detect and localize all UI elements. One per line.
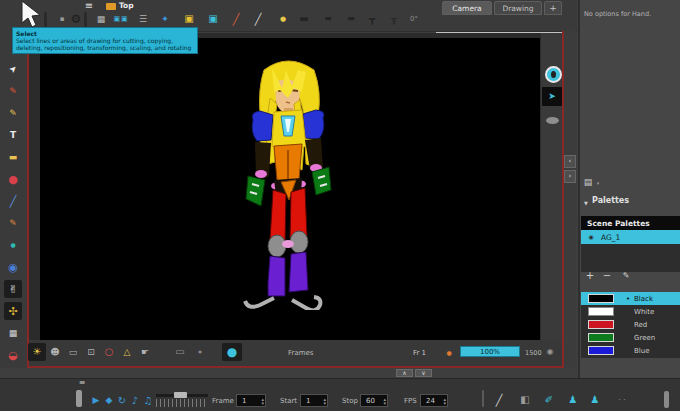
- eraser-tool[interactable]: ▬: [4, 148, 22, 166]
- tab-drawing[interactable]: Drawing: [494, 1, 542, 15]
- frame-spinner-icon[interactable]: ▴▾: [261, 397, 265, 405]
- start-spinbox[interactable]: 1 ▴▾: [300, 394, 328, 407]
- grid-icon[interactable]: ▦: [94, 11, 108, 27]
- render-play-button[interactable]: ◆: [103, 394, 115, 407]
- camera-mask-icon[interactable]: ◧: [518, 393, 532, 407]
- hand-tool[interactable]: ✌: [4, 280, 22, 298]
- dropper-tool[interactable]: ●: [4, 236, 22, 254]
- scrubber-ticks: [156, 399, 208, 407]
- fps-spinbox[interactable]: 24 ▴▾: [420, 394, 448, 407]
- start-spinner-icon[interactable]: ▴▾: [323, 397, 327, 405]
- text-tool[interactable]: T: [4, 126, 22, 144]
- scrubber-handle[interactable]: [174, 392, 187, 398]
- toolbar-separator: [84, 12, 87, 28]
- color-row-blue[interactable]: Blue: [581, 344, 680, 357]
- view-target-button[interactable]: [545, 66, 562, 83]
- plug-icon[interactable]: ▪: [56, 11, 68, 27]
- color-row-black[interactable]: • Black: [581, 292, 680, 305]
- frame-scrubber[interactable]: [156, 392, 208, 407]
- rotation-reset-icon[interactable]: 0°: [406, 11, 422, 27]
- add-view-button[interactable]: +: [544, 1, 562, 15]
- small-dot-icon[interactable]: ●: [196, 347, 204, 357]
- pen-stroke-icon[interactable]: ╱: [229, 11, 243, 27]
- frame-spinbox[interactable]: 1 ▴▾: [236, 394, 266, 407]
- stop-spinner-icon[interactable]: ▴▾: [383, 397, 387, 405]
- collapse-down-button[interactable]: ∨: [415, 369, 432, 377]
- toolbar-separator: [44, 12, 47, 28]
- color-swatch-white[interactable]: [588, 307, 614, 316]
- zoom-tool[interactable]: ◉: [4, 258, 22, 276]
- contour-pencil-tool[interactable]: ✎: [4, 214, 22, 232]
- light-bulb-icon[interactable]: ☀: [30, 345, 44, 359]
- pencil-tool[interactable]: ✎: [4, 82, 22, 100]
- right-splitter[interactable]: [564, 31, 576, 368]
- puppet-icon-1[interactable]: ♟: [566, 393, 580, 407]
- color-swatch-black[interactable]: [588, 294, 614, 303]
- onion-skin-icon[interactable]: ▣▣: [110, 11, 132, 27]
- line-style-icon[interactable]: ╱: [492, 393, 506, 407]
- palettes-collapse-icon[interactable]: ▼: [582, 199, 590, 207]
- lock-icon[interactable]: ▣: [182, 11, 196, 27]
- line-tool[interactable]: ╱: [4, 192, 22, 210]
- collapse-up-button[interactable]: ∧: [396, 369, 413, 377]
- sound-button[interactable]: ♪: [129, 394, 141, 407]
- camera-button[interactable]: ➤: [542, 87, 562, 106]
- exposure-sheet-icon[interactable]: ☰: [136, 11, 150, 27]
- color-row-white[interactable]: White: [581, 305, 680, 318]
- bench-icon[interactable]: ╥: [386, 11, 402, 27]
- stop-spinbox[interactable]: 60 ▴▾: [360, 394, 388, 407]
- oval-button[interactable]: [546, 117, 559, 124]
- flat-tool-icon-3[interactable]: ▬: [343, 11, 359, 27]
- red-ring-icon[interactable]: ○: [102, 345, 116, 359]
- rotate-view-tool[interactable]: ✣: [4, 302, 22, 320]
- snapshot-icon[interactable]: ◉: [544, 346, 556, 358]
- tooltip-line2: deleting, repositioning, transforming, s…: [16, 44, 194, 51]
- timeline-mini-scrollbar[interactable]: [76, 390, 82, 407]
- paint-bucket-tool[interactable]: ●: [4, 170, 22, 188]
- palette-row-selected[interactable]: ◉ AG_1: [581, 230, 680, 244]
- color-swatch-red[interactable]: [588, 320, 614, 329]
- tab-camera[interactable]: Camera: [442, 1, 492, 15]
- timeline-menu-icon[interactable]: ≡: [76, 378, 88, 388]
- light-icon[interactable]: ●: [277, 11, 289, 27]
- antenna-icon[interactable]: ✦: [158, 11, 172, 27]
- palette-list-empty[interactable]: [581, 244, 680, 272]
- line-stroke-icon[interactable]: ╱: [251, 11, 265, 27]
- unlock-icon[interactable]: ▣: [206, 11, 220, 27]
- battery-icon[interactable]: ▭: [172, 345, 188, 359]
- collapse-left-button[interactable]: ‹: [564, 155, 576, 168]
- play-button[interactable]: ▶: [90, 394, 102, 407]
- flat-tool-icon-2[interactable]: ▬: [320, 11, 336, 27]
- color-swatch-blue[interactable]: [588, 346, 614, 355]
- character-view-icon[interactable]: ☻: [48, 345, 62, 359]
- gear-icon[interactable]: ⚙: [68, 11, 84, 27]
- fps-spinner-icon[interactable]: ▴▾: [443, 397, 447, 405]
- color-swatch-green[interactable]: [588, 333, 614, 342]
- grid-tool[interactable]: ▦: [4, 324, 22, 342]
- panel-doc-icon[interactable]: ▤: [582, 176, 594, 188]
- brush-tool[interactable]: ✎: [4, 104, 22, 122]
- remove-palette-button[interactable]: −: [601, 270, 613, 282]
- add-palette-button[interactable]: +: [584, 270, 596, 282]
- hand-pointer-icon[interactable]: ☛: [138, 345, 152, 359]
- warning-triangle-icon[interactable]: △: [120, 345, 134, 359]
- palette-pot-tool[interactable]: ◒: [4, 346, 22, 364]
- flat-tool-icon-1[interactable]: ▬: [296, 11, 312, 27]
- selected-color-marker: •: [626, 295, 630, 303]
- edit-palette-button[interactable]: ✎: [620, 270, 632, 282]
- puppet-icon-2[interactable]: ♟: [588, 393, 602, 407]
- collapse-right-button[interactable]: ›: [564, 170, 576, 183]
- safe-area-icon[interactable]: ⊡: [84, 345, 98, 359]
- frame-border-icon[interactable]: ▭: [66, 345, 80, 359]
- timeline-scrollbar[interactable]: [664, 391, 669, 408]
- play-circle-icon[interactable]: ●: [224, 344, 240, 360]
- loop-button[interactable]: ↻: [116, 394, 128, 407]
- stamp-icon[interactable]: ┳: [364, 11, 380, 27]
- camera-canvas[interactable]: [40, 38, 540, 340]
- color-row-green[interactable]: Green: [581, 331, 680, 344]
- scene-palettes-header: Scene Palettes: [581, 216, 680, 230]
- color-row-red[interactable]: Red: [581, 318, 680, 331]
- zoom-level-bar[interactable]: 100%: [460, 346, 520, 357]
- paint-mode-icon[interactable]: ✐: [542, 393, 556, 407]
- sound-scrub-button[interactable]: ♫: [142, 394, 154, 407]
